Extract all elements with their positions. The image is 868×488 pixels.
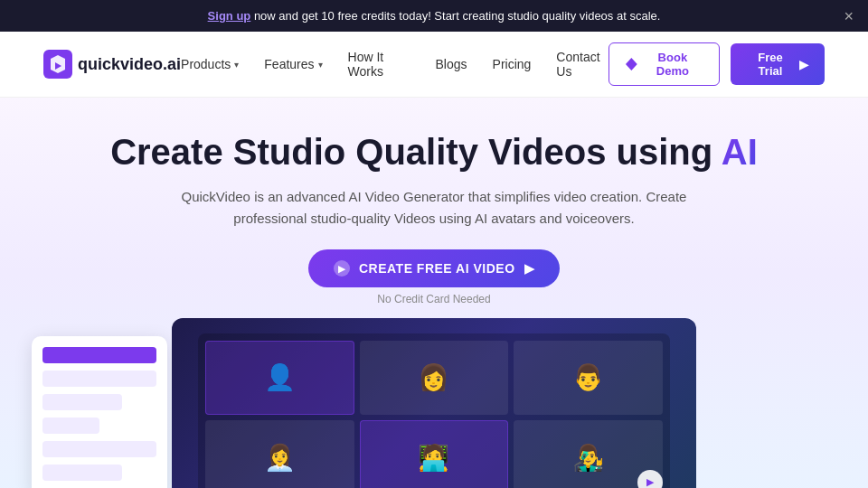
avatar-3: 👨 — [514, 341, 663, 416]
hero-subtitle: QuickVideo is an advanced AI Video Gener… — [181, 186, 687, 230]
nav-actions: Book Demo Free Trial ▶ — [609, 42, 825, 86]
announcement-close-button[interactable]: × — [844, 8, 854, 24]
sidebar-item-4 — [42, 418, 99, 434]
video-cell-3: 👨 — [514, 341, 663, 416]
logo-icon — [43, 50, 72, 79]
video-cell-5: 🧑‍💻 — [360, 420, 509, 488]
video-preview-area: 👤 👩 👨 👩‍💼 🧑‍💻 👨‍🎤 — [172, 318, 696, 488]
no-credit-label: No Credit Card Needed — [377, 293, 490, 305]
sidebar-preview — [32, 336, 167, 488]
nav-item-features[interactable]: Features ▾ — [264, 57, 322, 71]
avatar-2: 👩 — [360, 341, 509, 416]
announcement-bar: Sign up now and get 10 free credits toda… — [0, 0, 868, 32]
announcement-text: Sign up now and get 10 free credits toda… — [208, 9, 661, 23]
chevron-down-icon: ▾ — [234, 60, 239, 70]
navbar: quickvideo.ai Products ▾ Features ▾ How … — [0, 32, 868, 98]
chevron-down-icon: ▾ — [318, 60, 323, 70]
signup-link[interactable]: Sign up — [208, 9, 251, 23]
nav-item-products[interactable]: Products ▾ — [181, 57, 239, 71]
sidebar-item-1 — [42, 347, 156, 363]
nav-link-products[interactable]: Products ▾ — [181, 57, 239, 71]
nav-link-features[interactable]: Features ▾ — [264, 57, 322, 71]
nav-link-blogs[interactable]: Blogs — [436, 57, 467, 71]
create-video-button[interactable]: ▶ CREATE FREE AI VIDEO ▶ — [308, 249, 560, 287]
nav-item-pricing[interactable]: Pricing — [493, 57, 532, 71]
nav-item-blogs[interactable]: Blogs — [436, 57, 467, 71]
book-demo-button[interactable]: Book Demo — [609, 42, 720, 86]
play-icon: ▶ — [334, 260, 350, 277]
arrow-icon: ▶ — [524, 261, 535, 276]
diamond-icon — [626, 58, 637, 70]
avatar-1: 👤 — [206, 342, 354, 415]
free-trial-button[interactable]: Free Trial ▶ — [731, 43, 825, 85]
hero-title-text: Create Studio Quality Videos using AI — [110, 132, 758, 172]
cta-wrapper: ▶ CREATE FREE AI VIDEO ▶ No Credit Card … — [43, 249, 825, 305]
nav-link-pricing[interactable]: Pricing — [493, 57, 532, 71]
nav-link-how-it-works[interactable]: How It Works — [348, 50, 410, 79]
nav-item-contact[interactable]: Contact Us — [556, 50, 609, 79]
video-cell-4: 👩‍💼 — [205, 420, 354, 488]
sidebar-item-5 — [42, 441, 156, 457]
video-cell-2: 👩 — [360, 341, 509, 416]
hero-section: Create Studio Quality Videos using AI Qu… — [0, 98, 868, 488]
avatar-5: 🧑‍💻 — [361, 421, 508, 488]
video-card-inner: 👤 👩 👨 👩‍💼 🧑‍💻 👨‍🎤 — [198, 333, 670, 489]
video-card: 👤 👩 👨 👩‍💼 🧑‍💻 👨‍🎤 — [172, 318, 696, 488]
video-cell-1: 👤 — [205, 341, 354, 416]
sidebar-item-6 — [42, 465, 122, 481]
avatar-4: 👩‍💼 — [205, 420, 354, 488]
nav-item-how-it-works[interactable]: How It Works — [348, 50, 410, 79]
logo[interactable]: quickvideo.ai — [43, 50, 181, 79]
video-grid: 👤 👩 👨 👩‍💼 🧑‍💻 👨‍🎤 — [198, 333, 670, 489]
arrow-right-icon: ▶ — [799, 58, 808, 71]
sidebar-item-2 — [42, 371, 156, 387]
sidebar-item-3 — [42, 394, 122, 410]
nav-link-contact[interactable]: Contact Us — [556, 50, 609, 79]
logo-text: quickvideo.ai — [78, 55, 181, 74]
nav-menu: Products ▾ Features ▾ How It Works Blogs… — [181, 50, 609, 79]
hero-title: Create Studio Quality Videos using AI — [43, 130, 825, 174]
